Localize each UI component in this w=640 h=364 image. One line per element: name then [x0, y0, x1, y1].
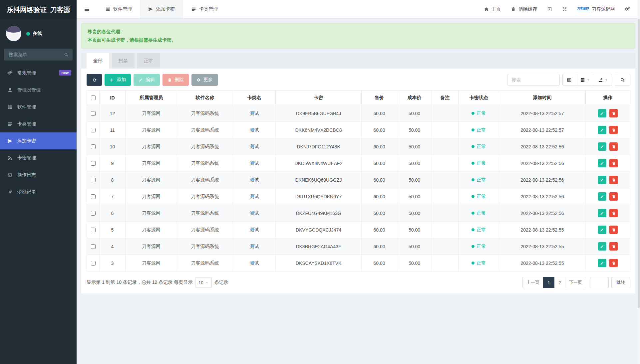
- sidebar-item-admin-management[interactable]: 管理员管理: [0, 82, 77, 98]
- search-submit-button[interactable]: [615, 74, 630, 86]
- sidebar-item-cardtype-management[interactable]: 卡类管理: [0, 115, 77, 132]
- trash-icon: [167, 78, 172, 82]
- cell-cardtype: 测试: [233, 238, 276, 255]
- delete-row-button[interactable]: [609, 142, 618, 151]
- home-link[interactable]: 主页: [484, 6, 501, 12]
- prev-page-button[interactable]: 上一页: [522, 277, 543, 288]
- refresh-button[interactable]: [87, 74, 102, 86]
- edit-row-button[interactable]: [598, 242, 606, 251]
- delete-row-button[interactable]: [609, 209, 618, 217]
- edit-row-button[interactable]: [598, 142, 606, 151]
- jump-button[interactable]: 跳转: [611, 277, 630, 288]
- cell-remark: [432, 238, 459, 255]
- row-checkbox[interactable]: [91, 128, 96, 132]
- cell-cardtype: 测试: [233, 122, 276, 138]
- sidebar-item-add-cardkey[interactable]: 添加卡密: [0, 132, 77, 149]
- cell-software: 刀客源码系统: [177, 138, 233, 155]
- vimeo-icon: [7, 189, 13, 195]
- edit-row-button[interactable]: [598, 209, 606, 217]
- cell-cardkey: DKK6NM4VX2DCBC8: [276, 122, 362, 138]
- delete-row-button[interactable]: [609, 126, 618, 134]
- new-badge: new: [59, 70, 71, 76]
- tab-normal[interactable]: 正常: [137, 53, 160, 69]
- navtab-software-management[interactable]: 软件管理: [97, 0, 140, 18]
- edit-row-button[interactable]: [598, 176, 606, 184]
- sidebar-item-cardkey-management[interactable]: 卡密管理: [0, 149, 77, 166]
- edit-button[interactable]: 编辑: [134, 74, 160, 86]
- row-checkbox[interactable]: [91, 261, 96, 266]
- tab-banned[interactable]: 封禁: [112, 53, 135, 69]
- row-checkbox[interactable]: [91, 144, 96, 149]
- cell-time: 2022-08-13 22:52:57: [499, 105, 586, 122]
- next-page-button[interactable]: 下一页: [565, 277, 586, 288]
- columns-button[interactable]: [576, 74, 594, 86]
- add-button[interactable]: 添加: [105, 74, 131, 86]
- site-name: 刀客源码网: [592, 6, 615, 12]
- row-checkbox-cell: [87, 122, 100, 138]
- scrollbar-thumb[interactable]: [638, 19, 640, 308]
- delete-row-button[interactable]: [609, 242, 618, 251]
- cell-remark: [432, 155, 459, 172]
- edit-row-button[interactable]: [598, 126, 606, 134]
- export-button[interactable]: [594, 74, 612, 86]
- row-checkbox[interactable]: [91, 161, 96, 166]
- cell-remark: [432, 138, 459, 155]
- trash-icon: [612, 245, 616, 249]
- row-checkbox[interactable]: [91, 194, 96, 199]
- row-checkbox[interactable]: [91, 228, 96, 232]
- edit-row-button[interactable]: [598, 109, 606, 117]
- status-dot-icon: [472, 212, 475, 215]
- row-checkbox[interactable]: [91, 111, 96, 116]
- cell-time: 2022-08-13 22:52:56: [499, 172, 586, 188]
- settings-link[interactable]: [625, 7, 630, 12]
- cell-actions: [586, 205, 630, 222]
- jump-page-input[interactable]: [590, 277, 609, 288]
- clear-cache-link[interactable]: 清除缓存: [511, 6, 537, 12]
- edit-row-button[interactable]: [598, 226, 606, 234]
- cell-remark: [432, 105, 459, 122]
- tab-all[interactable]: 全部: [87, 53, 109, 69]
- col-time: 添加时间: [499, 91, 586, 105]
- delete-row-button[interactable]: [609, 109, 618, 117]
- row-checkbox-cell: [87, 188, 100, 205]
- sidebar-toggle-button[interactable]: [77, 0, 97, 18]
- cell-actions: [586, 138, 630, 155]
- cell-status: 正常: [459, 155, 499, 172]
- table-search-input[interactable]: [507, 74, 560, 86]
- delete-row-button[interactable]: [609, 259, 618, 267]
- plus-icon: [110, 78, 114, 82]
- page-1-button[interactable]: 1: [543, 277, 554, 288]
- edit-row-button[interactable]: [598, 259, 606, 267]
- page-2-button[interactable]: 2: [554, 277, 565, 288]
- site-link[interactable]: 刀客源码 刀客源码网: [577, 6, 615, 12]
- delete-row-button[interactable]: [609, 226, 618, 234]
- navtab-cardtype-management[interactable]: 卡类管理: [183, 0, 226, 18]
- more-button[interactable]: 更多: [191, 74, 218, 86]
- delete-row-button[interactable]: [609, 192, 618, 201]
- navtab-add-cardkey[interactable]: 添加卡密: [140, 0, 183, 18]
- row-checkbox[interactable]: [91, 178, 96, 182]
- pencil-icon: [600, 161, 604, 165]
- cell-software: 刀客源码系统: [177, 188, 233, 205]
- sidebar-item-software-management[interactable]: 软件管理: [0, 98, 77, 115]
- select-all-checkbox[interactable]: [91, 95, 96, 100]
- delete-row-button[interactable]: [609, 159, 618, 167]
- sidebar-item-balance-record[interactable]: 余额记录: [0, 183, 77, 200]
- user-status-label: 在线: [33, 31, 42, 37]
- sidebar-item-general-management[interactable]: 常规管理 new: [0, 65, 77, 82]
- delete-row-button[interactable]: [609, 176, 618, 184]
- edit-row-button[interactable]: [598, 192, 606, 201]
- cell-status: 正常: [459, 172, 499, 188]
- list-alt-icon: [567, 78, 572, 83]
- docs-link[interactable]: [547, 7, 552, 12]
- delete-button[interactable]: 删除: [162, 74, 189, 86]
- fullscreen-button[interactable]: [562, 7, 567, 12]
- send-icon: [7, 138, 13, 144]
- row-checkbox[interactable]: [91, 244, 96, 249]
- sidebar-item-operation-log[interactable]: 操作日志: [0, 166, 77, 183]
- menu-search-input[interactable]: [4, 49, 73, 61]
- page-size-select[interactable]: 10: [195, 277, 211, 288]
- row-checkbox[interactable]: [91, 211, 96, 216]
- edit-row-button[interactable]: [598, 159, 606, 167]
- detail-view-button[interactable]: [562, 74, 576, 86]
